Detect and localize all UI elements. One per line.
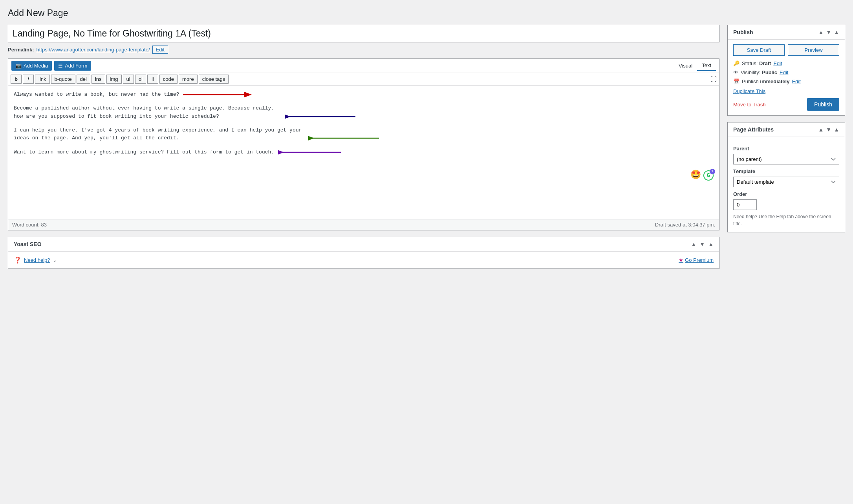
duplicate-link[interactable]: Duplicate This: [733, 88, 839, 94]
template-label: Template: [733, 168, 839, 174]
grammarly-count: 1: [710, 169, 715, 174]
yoast-body: ❓ Need help? ⌄ ★ Go Premium: [8, 252, 719, 268]
word-count: Word count: 83: [12, 222, 47, 228]
status-row: 🔑 Status: Draft Edit: [733, 60, 839, 66]
publish-panel-body: Save Draft Preview 🔑 Status: Draft Edit …: [728, 40, 845, 115]
attr-collapse-btn[interactable]: ▲: [834, 126, 839, 133]
status-label: Status: Draft: [742, 60, 771, 66]
yoast-help-row: ❓ Need help? ⌄ ★ Go Premium: [14, 256, 714, 264]
publish-down-btn[interactable]: ▼: [826, 29, 831, 35]
parent-select[interactable]: (no parent): [733, 154, 839, 164]
yoast-controls: ▲ ▼ ▲: [691, 241, 714, 247]
editor-paragraph-3: I can help you there. I've got 4 years o…: [14, 126, 714, 143]
page-attr-controls: ▲ ▼ ▲: [818, 126, 839, 133]
help-icon: ❓: [14, 256, 22, 264]
star-icon: ★: [679, 257, 683, 263]
editor-statusbar: Word count: 83 Draft saved at 3:04:37 pm…: [8, 219, 719, 230]
main-layout: Permalink: https://www.anagotter.com/lan…: [8, 25, 845, 269]
format-italic[interactable]: i: [23, 75, 34, 84]
format-ins[interactable]: ins: [92, 75, 105, 84]
publish-footer: Move to Trash Publish: [733, 98, 839, 111]
go-premium-link[interactable]: ★ Go Premium: [679, 257, 714, 263]
format-bold[interactable]: b: [11, 75, 22, 84]
arrow-green: [308, 134, 379, 142]
publish-header-controls: ▲ ▼ ▲: [818, 29, 839, 35]
permalink-row: Permalink: https://www.anagotter.com/lan…: [8, 46, 719, 54]
page-title: Add New Page: [8, 8, 845, 18]
editor-tabs: Visual Text: [674, 60, 716, 71]
publish-button[interactable]: Publish: [807, 98, 839, 111]
save-draft-button[interactable]: Save Draft: [733, 44, 785, 56]
yoast-down-btn[interactable]: ▼: [699, 241, 705, 247]
need-help-link[interactable]: Need help?: [24, 257, 50, 263]
format-code[interactable]: code: [159, 75, 178, 84]
yoast-help-left: ❓ Need help? ⌄: [14, 256, 57, 264]
visibility-row: 👁 Visibility: Public Edit: [733, 69, 839, 75]
page-attributes-body: Parent (no parent) Template Default temp…: [728, 137, 845, 232]
page-attributes-title: Page Attributes: [733, 126, 774, 133]
publish-time-edit-link[interactable]: Edit: [792, 79, 800, 84]
add-media-icon: 📷: [15, 63, 22, 69]
order-input[interactable]: [733, 199, 757, 210]
yoast-title: Yoast SEO: [14, 241, 42, 247]
editor-paragraph-2: Become a published author without ever h…: [14, 104, 714, 121]
editor-top-left: 📷 Add Media ☰ Add Form: [11, 61, 91, 71]
add-media-button[interactable]: 📷 Add Media: [11, 61, 52, 71]
preview-button[interactable]: Preview: [788, 44, 839, 56]
format-toolbar: b i link b-quote del ins img ul ol li co…: [8, 73, 719, 86]
calendar-icon: 📅: [733, 79, 740, 84]
permalink-link[interactable]: https://www.anagotter.com/landing-page-t…: [36, 47, 150, 53]
format-more[interactable]: more: [179, 75, 198, 84]
visibility-label: Visibility: Public: [741, 69, 777, 75]
yoast-seo-panel: Yoast SEO ▲ ▼ ▲ ❓ Need help? ⌄: [8, 237, 719, 269]
attr-down-btn[interactable]: ▼: [826, 126, 831, 133]
format-img[interactable]: img: [106, 75, 122, 84]
move-to-trash-link[interactable]: Move to Trash: [733, 102, 765, 108]
content-area: Permalink: https://www.anagotter.com/lan…: [8, 25, 719, 269]
yoast-header: Yoast SEO ▲ ▼ ▲: [8, 237, 719, 252]
key-icon: 🔑: [733, 60, 740, 66]
permalink-edit-button[interactable]: Edit: [152, 46, 168, 54]
sidebar: Publish ▲ ▼ ▲ Save Draft Preview 🔑 Statu: [727, 25, 845, 239]
tab-visual[interactable]: Visual: [674, 60, 697, 71]
format-bquote[interactable]: b-quote: [51, 75, 75, 84]
page-wrapper: Add New Page Permalink: https://www.anag…: [0, 0, 853, 504]
format-li[interactable]: li: [147, 75, 158, 84]
post-title-input[interactable]: [8, 25, 719, 42]
publish-up-btn[interactable]: ▲: [818, 29, 824, 35]
arrow-blue: [285, 112, 355, 121]
publish-time-row: 📅 Publish immediately Edit: [733, 79, 839, 84]
add-form-button[interactable]: ☰ Add Form: [54, 61, 91, 71]
page-attributes-header: Page Attributes ▲ ▼ ▲: [728, 122, 845, 137]
yoast-up-btn[interactable]: ▲: [691, 241, 696, 247]
visibility-edit-link[interactable]: Edit: [780, 69, 788, 75]
publish-collapse-btn[interactable]: ▲: [834, 29, 839, 35]
editor-paragraph-4: Want to learn more about my ghostwriting…: [14, 148, 714, 157]
help-text: Need help? Use the Help tab above the sc…: [733, 213, 839, 227]
dropdown-arrow: ⌄: [53, 257, 57, 263]
arrow-purple: [278, 148, 341, 157]
tab-text[interactable]: Text: [697, 60, 716, 71]
format-ol[interactable]: ol: [135, 75, 146, 84]
attr-up-btn[interactable]: ▲: [818, 126, 824, 133]
editor-content[interactable]: Always wanted to write a book, but never…: [8, 86, 719, 219]
publish-panel-header: Publish ▲ ▼ ▲: [728, 25, 845, 40]
status-edit-link[interactable]: Edit: [773, 60, 782, 66]
draft-saved: Draft saved at 3:04:37 pm.: [655, 222, 715, 228]
arrow-red: [183, 90, 258, 99]
fullscreen-button[interactable]: ⛶: [710, 76, 717, 83]
grammarly-badge: G 1: [703, 170, 714, 181]
publish-panel-title: Publish: [733, 29, 753, 35]
format-del[interactable]: del: [77, 75, 90, 84]
order-label: Order: [733, 191, 839, 197]
format-close-tags[interactable]: close tags: [199, 75, 229, 84]
permalink-label: Permalink:: [8, 47, 34, 53]
eye-icon: 👁: [733, 69, 738, 75]
parent-label: Parent: [733, 146, 839, 152]
format-ul[interactable]: ul: [123, 75, 134, 84]
emoji-icon: 🤩: [690, 168, 701, 182]
template-select[interactable]: Default template: [733, 177, 839, 187]
yoast-collapse-btn[interactable]: ▲: [708, 241, 714, 247]
sidebar-actions: Save Draft Preview: [733, 44, 839, 56]
format-link[interactable]: link: [35, 75, 50, 84]
